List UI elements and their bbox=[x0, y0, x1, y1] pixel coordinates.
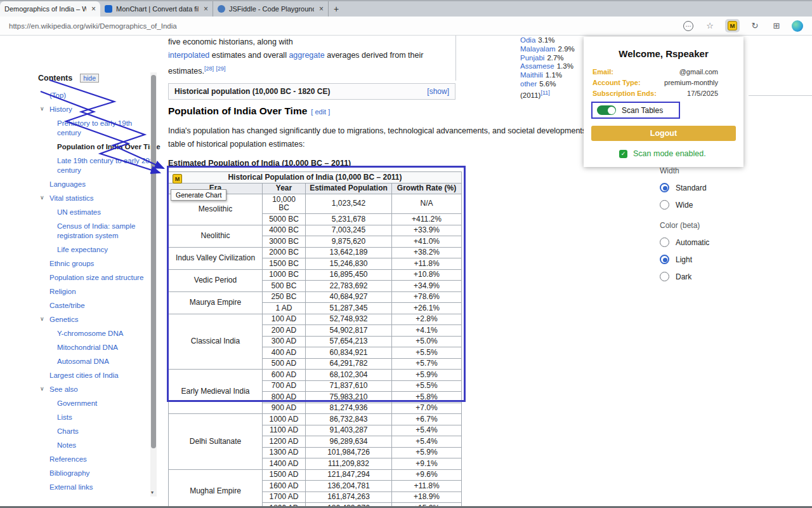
history-icon[interactable]: ↻ bbox=[749, 20, 761, 32]
tab-demographics[interactable]: Demographics of India – Wikiped... × bbox=[0, 1, 100, 17]
sidebar-item[interactable]: Autosomal DNA bbox=[38, 354, 156, 368]
sidebar-item[interactable]: Charts bbox=[38, 424, 156, 438]
language-link[interactable]: Punjabi bbox=[520, 54, 544, 62]
sidebar-item[interactable]: ∨See also bbox=[38, 382, 156, 396]
sidebar-item[interactable]: Ethnic groups bbox=[38, 257, 156, 271]
tab-monchart[interactable]: MonChart | Convert data files to... × bbox=[100, 1, 213, 17]
sidebar-item[interactable]: Government bbox=[38, 396, 156, 410]
sidebar-item[interactable]: Prehistory to early 19th century bbox=[38, 116, 156, 140]
show-link[interactable]: [show] bbox=[427, 86, 449, 97]
scan-tables-toggle-row[interactable]: Scan Tables bbox=[591, 102, 680, 119]
sidebar-item[interactable]: Late 19th century to early 20th century bbox=[38, 154, 156, 177]
subscription-label: Subscription Ends: bbox=[593, 90, 657, 97]
radio-icon[interactable] bbox=[660, 183, 669, 192]
sidebar-item[interactable]: Caste/tribe bbox=[38, 298, 156, 312]
language-row: Odia3.1% bbox=[520, 36, 575, 45]
sidebar-item-label: External links bbox=[49, 483, 93, 491]
sidebar-item[interactable]: Census of India: sample registration sys… bbox=[38, 219, 156, 243]
popup-title: Welcome, Rspeaker bbox=[591, 48, 736, 59]
historical-population-collapsible: Historical population (10,000 BC - 1820 … bbox=[168, 83, 455, 100]
radio-label: Automatic bbox=[676, 238, 709, 247]
sidebar-item[interactable]: Y-chromosome DNA bbox=[38, 326, 156, 340]
radio-option[interactable]: Dark bbox=[660, 272, 806, 281]
growth-cell: +11.8% bbox=[392, 258, 462, 270]
sidebar-item[interactable]: ∨History bbox=[38, 102, 156, 116]
sidebar-item[interactable]: Languages bbox=[38, 177, 156, 191]
sidebar-item[interactable]: (Top) bbox=[38, 88, 156, 102]
radio-icon[interactable] bbox=[660, 272, 669, 281]
favorites-star-icon[interactable]: ☆ bbox=[704, 20, 716, 32]
toc-scrollbar-thumb[interactable] bbox=[151, 75, 156, 448]
sidebar-item[interactable]: Largest cities of India bbox=[38, 368, 156, 382]
language-row: Maithili1.1% bbox=[520, 71, 575, 80]
chevron-down-icon[interactable]: ∨ bbox=[40, 314, 44, 324]
population-cell: 71,837,610 bbox=[306, 380, 392, 392]
account-type-value: premium-monthly bbox=[664, 79, 718, 86]
tab-close-icon[interactable]: × bbox=[91, 4, 96, 13]
toc-scrollbar[interactable]: ▾ bbox=[150, 72, 157, 497]
scan-tables-toggle[interactable] bbox=[597, 105, 616, 115]
sidebar-item[interactable]: Lists bbox=[38, 410, 156, 424]
language-link[interactable]: Maithili bbox=[520, 71, 543, 79]
sidebar-item[interactable]: Population of India Over Time bbox=[38, 140, 156, 154]
sidebar-item[interactable]: Mitochondrial DNA bbox=[38, 340, 156, 354]
radio-option[interactable]: Light bbox=[660, 255, 806, 264]
tab-close-icon[interactable]: × bbox=[319, 4, 324, 13]
language-percentage: 3.1% bbox=[538, 36, 554, 44]
sidebar-item[interactable]: Notes bbox=[38, 438, 156, 452]
sidebar-item[interactable]: Bibliography bbox=[38, 466, 156, 480]
new-tab-button[interactable]: + bbox=[329, 1, 344, 17]
ref-28-link[interactable]: [28] bbox=[204, 65, 214, 72]
year-cell: 1700 AD bbox=[263, 491, 306, 503]
language-link[interactable]: other bbox=[520, 80, 537, 88]
interpolated-link[interactable]: interpolated bbox=[168, 51, 209, 60]
profile-avatar[interactable] bbox=[792, 20, 803, 32]
m-extension-button[interactable]: M bbox=[725, 19, 740, 32]
tab-title: Demographics of India – Wikiped... bbox=[4, 5, 86, 13]
scrollbar-down-arrow-icon[interactable]: ▾ bbox=[151, 490, 154, 495]
address-bar[interactable]: https://en.wikipedia.org/wiki/Demographi… bbox=[9, 22, 177, 30]
generate-chart-button[interactable]: Generate Chart bbox=[171, 189, 226, 201]
language-link[interactable]: Assamese bbox=[520, 62, 554, 70]
sidebar-item[interactable]: ∨Vital statistics bbox=[38, 191, 156, 205]
language-row: Malayalam2.9% bbox=[520, 45, 575, 54]
sidebar-item-label: Autosomal DNA bbox=[57, 358, 109, 365]
m-scan-badge-icon[interactable]: M bbox=[173, 174, 182, 184]
collections-icon[interactable]: ⊞ bbox=[770, 20, 783, 32]
aggregate-link[interactable]: aggregate bbox=[289, 51, 324, 60]
growth-cell: +5.4% bbox=[392, 436, 462, 448]
sidebar-item[interactable]: ∨Genetics bbox=[38, 312, 156, 326]
radio-option[interactable]: Wide bbox=[660, 200, 806, 210]
chevron-down-icon[interactable]: ∨ bbox=[40, 104, 44, 114]
edit-link[interactable]: [ edit ] bbox=[311, 108, 330, 116]
logout-button[interactable]: Logout bbox=[591, 126, 736, 141]
language-link[interactable]: Malayalam bbox=[520, 45, 556, 53]
tab-close-icon[interactable]: × bbox=[204, 4, 208, 13]
sidebar-item[interactable]: Life expectancy bbox=[38, 243, 156, 257]
sidebar-item[interactable]: External links bbox=[38, 480, 156, 494]
year-cell: 1600 AD bbox=[263, 481, 306, 492]
toc-hide-button[interactable]: hide bbox=[80, 74, 99, 83]
browser-essentials-icon[interactable]: ⋯ bbox=[682, 20, 695, 32]
radio-icon[interactable] bbox=[660, 200, 669, 210]
sidebar-item[interactable]: References bbox=[38, 452, 156, 466]
radio-icon[interactable] bbox=[660, 237, 669, 247]
year-cell: 1100 AD bbox=[263, 425, 306, 436]
radio-option[interactable]: Standard bbox=[660, 183, 806, 192]
ref-29-link[interactable]: [29] bbox=[216, 65, 225, 72]
check-icon: ✓ bbox=[619, 150, 627, 158]
chevron-down-icon[interactable]: ∨ bbox=[40, 193, 44, 203]
language-link[interactable]: Odia bbox=[520, 36, 535, 44]
radio-icon[interactable] bbox=[660, 255, 669, 264]
tab-jsfiddle[interactable]: JSFiddle - Code Playground × bbox=[213, 1, 329, 17]
population-cell: 121,847,294 bbox=[306, 469, 392, 481]
sidebar-item[interactable]: Religion bbox=[38, 284, 156, 298]
table-of-contents-list: (Top)∨HistoryPrehistory to early 19th ce… bbox=[38, 88, 156, 494]
radio-option[interactable]: Automatic bbox=[660, 237, 806, 247]
ref-11-link[interactable]: [11] bbox=[540, 90, 549, 96]
chevron-down-icon[interactable]: ∨ bbox=[40, 384, 44, 394]
sidebar-item[interactable]: Population size and structure bbox=[38, 271, 156, 284]
monchart-favicon-icon bbox=[105, 5, 112, 13]
sidebar-item[interactable]: UN estimates bbox=[38, 205, 156, 219]
era-cell: Delhi Sultanate bbox=[169, 414, 263, 470]
